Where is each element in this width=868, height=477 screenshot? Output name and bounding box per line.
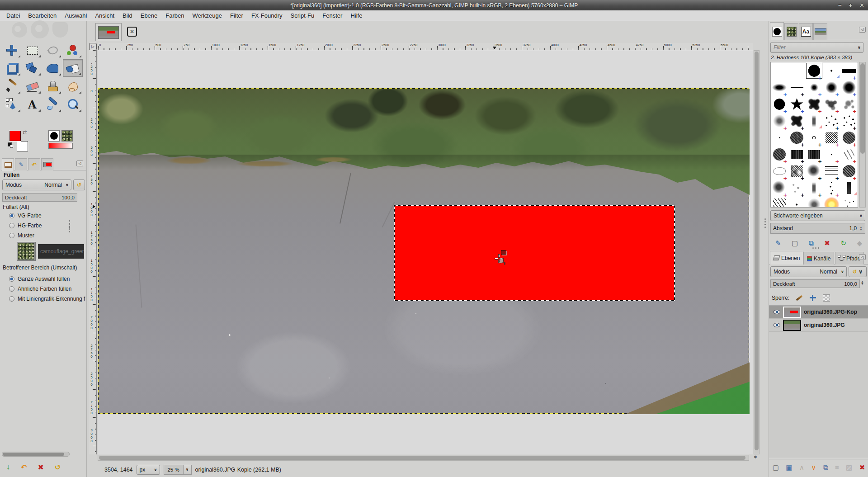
tool-text[interactable] bbox=[22, 95, 42, 113]
tool-color-picker[interactable] bbox=[42, 95, 62, 113]
tab-fonts[interactable]: Aa bbox=[799, 23, 813, 40]
layer-opacity-slider[interactable]: Deckkraft 100,0 bbox=[770, 279, 860, 288]
layer-mode-reset-button[interactable]: ↺ ∨ bbox=[849, 266, 867, 277]
brush-item[interactable] bbox=[771, 196, 788, 208]
dock-menu-icon[interactable]: ◁ bbox=[76, 161, 83, 166]
brush-item[interactable] bbox=[806, 196, 823, 208]
menu-item-fx-foundry[interactable]: FX-Foundry bbox=[248, 11, 286, 20]
brush-item[interactable] bbox=[823, 146, 840, 163]
close-button[interactable]: ✕ bbox=[859, 2, 864, 9]
footer-action-save-tool-options[interactable]: ↓ bbox=[6, 463, 10, 471]
brush-item[interactable] bbox=[840, 96, 858, 113]
pattern-name-field[interactable]: camouflage_green bbox=[38, 244, 84, 259]
layer-action-merge-layer[interactable]: ≡ bbox=[835, 463, 839, 471]
close-view-icon[interactable]: ✕ bbox=[127, 27, 137, 37]
radio-ganze-auswahl[interactable]: Ganze Auswahl füllen bbox=[9, 274, 86, 284]
brush-item[interactable] bbox=[788, 163, 805, 179]
reset-colors-icon[interactable] bbox=[8, 142, 12, 146]
menu-item-fenster[interactable]: Fenster bbox=[319, 11, 346, 20]
brush-item[interactable] bbox=[840, 146, 858, 163]
brush-item[interactable] bbox=[788, 129, 805, 146]
vertical-scrollbar[interactable] bbox=[754, 50, 760, 454]
tab-image-thumb[interactable] bbox=[41, 158, 53, 170]
brush-action-delete-brush[interactable]: ✖ bbox=[824, 239, 830, 247]
tool-clone[interactable] bbox=[42, 77, 62, 95]
layer-row-layer-original360[interactable]: original360.JPG bbox=[769, 319, 868, 332]
swap-colors-icon[interactable]: ⇄ bbox=[23, 129, 27, 135]
menu-item-ebene[interactable]: Ebene bbox=[137, 11, 161, 20]
active-gradient-indicator[interactable] bbox=[48, 143, 73, 149]
brush-grid-scrollbar[interactable] bbox=[859, 62, 866, 208]
unit-select[interactable]: px ∨ bbox=[137, 465, 160, 475]
brush-item[interactable] bbox=[806, 179, 823, 196]
brush-item[interactable] bbox=[771, 129, 788, 146]
ruler-corner-button[interactable]: ▷ bbox=[89, 43, 97, 50]
brush-item[interactable] bbox=[823, 113, 840, 129]
active-brush-indicator[interactable] bbox=[48, 130, 60, 142]
layer-action-new-layer[interactable]: ▢ bbox=[773, 463, 779, 472]
brush-item[interactable] bbox=[840, 179, 858, 196]
lock-position-icon[interactable] bbox=[809, 294, 816, 302]
brush-action-open-brush-as-image[interactable]: ◆ bbox=[857, 239, 863, 247]
layer-action-raise-layer[interactable]: ∧ bbox=[799, 463, 804, 472]
brush-item[interactable] bbox=[823, 163, 840, 179]
dock-menu-icon[interactable]: ◁ bbox=[859, 27, 866, 33]
menu-item-script-fu[interactable]: Script-Fu bbox=[287, 11, 318, 20]
right-divider-handle[interactable] bbox=[764, 218, 766, 220]
brush-item[interactable] bbox=[788, 179, 805, 196]
tool-free-select[interactable] bbox=[42, 41, 62, 59]
minimize-button[interactable]: − bbox=[838, 2, 842, 9]
tab-ebenen[interactable]: Ebenen bbox=[770, 251, 803, 264]
tool-rectangle-select[interactable] bbox=[22, 41, 42, 59]
fill-mode-select[interactable]: Modus Normal ∨ bbox=[2, 179, 71, 190]
brush-item[interactable] bbox=[840, 113, 858, 129]
tab-undo-history[interactable]: ↶ bbox=[28, 158, 40, 170]
brush-item[interactable] bbox=[840, 196, 858, 208]
tab-brushes[interactable] bbox=[770, 22, 784, 40]
brush-item[interactable] bbox=[788, 62, 805, 79]
dock-drag-handle[interactable] bbox=[812, 247, 814, 249]
radio-hg-farbe[interactable]: HG-Farbe bbox=[9, 221, 84, 231]
navigation-icon[interactable]: ＊ bbox=[751, 454, 760, 462]
zoom-select-button[interactable]: ∨ bbox=[184, 465, 192, 475]
spinner-icons[interactable]: ▲▼ bbox=[859, 226, 863, 231]
radio-aehnliche-farben[interactable]: Ähnliche Farben füllen bbox=[9, 284, 86, 294]
menu-item-hilfe[interactable]: Hilfe bbox=[347, 11, 366, 20]
brush-item[interactable] bbox=[840, 129, 858, 146]
foreground-color-swatch[interactable] bbox=[9, 131, 21, 141]
tool-unified-transform[interactable] bbox=[22, 59, 42, 77]
tool-options-scrollbar[interactable] bbox=[2, 452, 70, 457]
tool-bucket-fill[interactable] bbox=[63, 59, 83, 77]
brush-filter-select[interactable]: Filter ∨ bbox=[770, 42, 863, 53]
brush-item[interactable] bbox=[806, 113, 823, 129]
spinner-icons[interactable]: ▲▼ bbox=[861, 280, 864, 285]
canvas-image[interactable] bbox=[98, 88, 749, 414]
pattern-swatch[interactable] bbox=[17, 242, 35, 260]
brush-item[interactable] bbox=[771, 146, 788, 163]
layer-row-layer-original360-kopie[interactable]: original360.JPG-Kopie bbox=[769, 306, 868, 319]
lock-alpha-icon[interactable] bbox=[823, 294, 830, 302]
brush-item[interactable] bbox=[771, 113, 788, 129]
brush-item[interactable] bbox=[840, 79, 858, 96]
brush-item[interactable] bbox=[806, 79, 823, 96]
image-tab[interactable] bbox=[95, 23, 122, 41]
menu-item-werkzeuge[interactable]: Werkzeuge bbox=[189, 11, 226, 20]
brush-item[interactable] bbox=[771, 79, 788, 96]
lock-paint-icon[interactable] bbox=[796, 295, 803, 301]
brush-item[interactable] bbox=[788, 79, 805, 96]
brush-item[interactable] bbox=[806, 146, 823, 163]
brush-item[interactable] bbox=[788, 113, 805, 129]
brush-item[interactable] bbox=[823, 196, 840, 208]
tool-eraser[interactable] bbox=[22, 77, 42, 95]
layer-action-lower-layer[interactable]: ∨ bbox=[811, 463, 816, 472]
tool-smudge[interactable] bbox=[63, 77, 83, 95]
brush-item[interactable] bbox=[806, 62, 823, 79]
radio-liniengrafik[interactable]: Mit Liniengrafik-Erkennung fü bbox=[9, 294, 86, 304]
brush-item[interactable] bbox=[806, 129, 823, 146]
visibility-eye-icon[interactable] bbox=[774, 323, 780, 327]
brush-item[interactable] bbox=[788, 96, 805, 113]
brush-item[interactable] bbox=[771, 62, 788, 79]
layer-action-delete-layer[interactable]: ✖ bbox=[859, 463, 865, 472]
radio-muster[interactable]: Muster bbox=[9, 231, 84, 241]
tool-zoom[interactable] bbox=[63, 95, 83, 113]
